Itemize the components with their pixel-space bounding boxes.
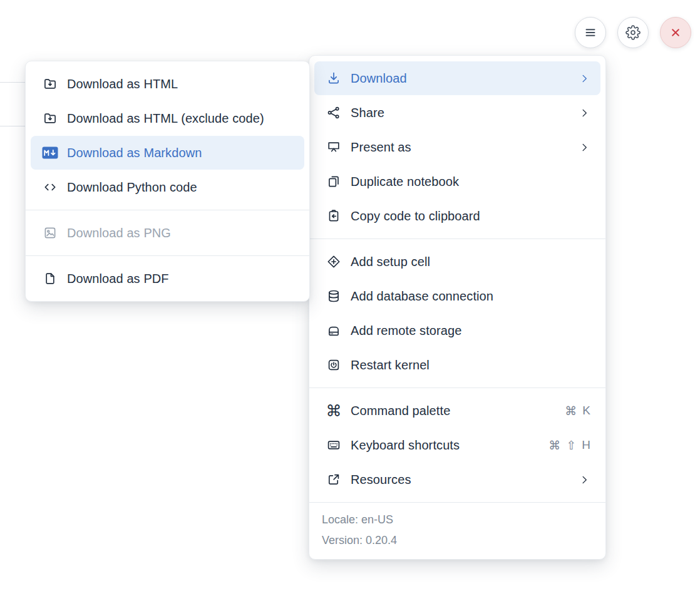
settings-button[interactable]: [617, 17, 649, 48]
code-icon: [42, 180, 58, 195]
menu-item-add-database-connection[interactable]: Add database connection: [314, 279, 600, 313]
menu-item-command-palette[interactable]: ⌘Command palette⌘K: [314, 394, 600, 428]
menu-section: Download as HTMLDownload as HTML (exclud…: [26, 61, 309, 210]
menu-item-restart-kernel[interactable]: Restart kernel: [314, 348, 600, 382]
menu-item-download-as-html-exclude-code[interactable]: Download as HTML (exclude code): [31, 101, 304, 135]
menu-item-label: Add remote storage: [351, 324, 461, 338]
menu-footer: Locale: en-US Version: 0.20.4: [309, 502, 605, 559]
chevron-right-icon: [579, 474, 590, 486]
menu-item-download[interactable]: Download: [314, 61, 600, 95]
page-divider-line: [0, 82, 25, 83]
menu-item-download-as-markdown[interactable]: Download as Markdown: [31, 136, 304, 170]
close-icon: [668, 25, 683, 40]
shortcut-hint: ⌘K: [565, 404, 590, 418]
keyboard-icon: [326, 438, 342, 453]
menu-item-label: Download: [351, 71, 407, 86]
menu-item-present-as[interactable]: Present as: [314, 130, 600, 164]
menu-section: ⌘Command palette⌘KKeyboard shortcuts⌘⇧HR…: [309, 388, 605, 502]
menu-item-label: Duplicate notebook: [351, 175, 459, 189]
menu-item-label: Resources: [351, 473, 411, 487]
hamburger-menu-button[interactable]: [575, 17, 606, 48]
restart-kernel-icon: [326, 357, 342, 372]
hamburger-icon: [583, 25, 598, 40]
image-icon: [42, 225, 58, 240]
command-icon: ⌘: [326, 403, 342, 419]
locale-text: Locale: en-US: [322, 510, 593, 530]
folder-download-icon: [42, 76, 58, 91]
menu-item-label: Keyboard shortcuts: [351, 438, 460, 453]
menu-item-download-python-code[interactable]: Download Python code: [31, 170, 304, 204]
folder-download-icon: [42, 111, 58, 126]
chevron-right-icon: [579, 141, 590, 153]
menu-item-label: Download as HTML: [67, 77, 178, 91]
menu-item-keyboard-shortcuts[interactable]: Keyboard shortcuts⌘⇧H: [314, 428, 600, 462]
menu-item-label: Download Python code: [67, 180, 197, 195]
notebook-page: DownloadSharePresent asDuplicate noteboo…: [0, 0, 700, 616]
present-icon: [326, 140, 342, 155]
menu-item-copy-code-to-clipboard[interactable]: Copy code to clipboard: [314, 199, 600, 233]
menu-item-label: Add setup cell: [351, 255, 430, 269]
menu-item-label: Command palette: [351, 404, 450, 418]
download-submenu: Download as HTMLDownload as HTML (exclud…: [25, 61, 310, 302]
copy-clipboard-icon: [326, 208, 342, 223]
markdown-icon: [42, 146, 58, 159]
shortcut-key: ⌘: [565, 404, 577, 418]
share-icon: [326, 105, 342, 120]
menu-section: Add setup cellAdd database connectionAdd…: [309, 239, 605, 388]
menu-item-label: Download as HTML (exclude code): [67, 111, 264, 126]
shortcut-key: ⌘: [548, 438, 560, 453]
duplicate-icon: [326, 174, 342, 189]
floating-toolbar: [575, 17, 691, 48]
setup-cell-icon: [326, 254, 342, 269]
shortcut-hint: ⌘⇧H: [548, 438, 590, 453]
shortcut-key: H: [582, 438, 590, 452]
database-icon: [326, 289, 342, 304]
gear-icon: [625, 25, 641, 40]
shortcut-key: K: [582, 404, 590, 418]
menu-section: Download as PDF: [26, 255, 309, 301]
menu-item-label: Download as PDF: [67, 272, 169, 286]
menu-item-label: Download as PNG: [67, 226, 171, 240]
menu-item-download-as-pdf[interactable]: Download as PDF: [31, 262, 304, 295]
menu-item-label: Restart kernel: [351, 358, 430, 372]
menu-section: Download as PNG: [26, 210, 309, 255]
menu-item-download-as-png[interactable]: Download as PNG: [31, 216, 304, 250]
notebook-menu: DownloadSharePresent asDuplicate noteboo…: [309, 55, 606, 560]
download-icon: [326, 71, 342, 86]
version-text: Version: 0.20.4: [322, 530, 593, 551]
close-button[interactable]: [660, 17, 691, 48]
menu-item-resources[interactable]: Resources: [314, 463, 600, 496]
menu-item-add-setup-cell[interactable]: Add setup cell: [314, 245, 600, 279]
menu-item-label: Share: [351, 106, 384, 120]
file-icon: [42, 271, 58, 286]
menu-item-add-remote-storage[interactable]: Add remote storage: [314, 314, 600, 347]
chevron-right-icon: [579, 107, 590, 119]
shortcut-key: ⇧: [566, 438, 576, 453]
menu-item-share[interactable]: Share: [314, 96, 600, 130]
page-divider-line: [0, 126, 25, 126]
external-link-icon: [326, 472, 342, 487]
menu-section: DownloadSharePresent asDuplicate noteboo…: [309, 56, 605, 239]
chevron-right-icon: [579, 73, 590, 85]
remote-storage-icon: [326, 323, 342, 338]
menu-item-label: Present as: [351, 140, 411, 155]
menu-item-label: Add database connection: [351, 289, 493, 304]
menu-item-label: Copy code to clipboard: [351, 209, 480, 223]
menu-item-label: Download as Markdown: [67, 146, 202, 160]
menu-item-duplicate-notebook[interactable]: Duplicate notebook: [314, 165, 600, 198]
menu-item-download-as-html[interactable]: Download as HTML: [31, 67, 304, 101]
